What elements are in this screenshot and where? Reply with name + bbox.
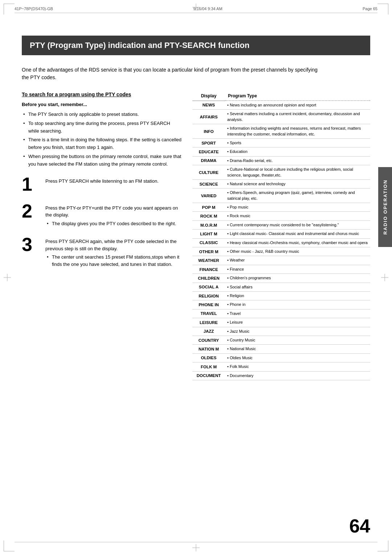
program-cell: • Oldies Music — [225, 353, 370, 362]
table-row: SOCIAL A• Social affairs — [192, 283, 370, 291]
table-row: COUNTRY• Country Music — [192, 336, 370, 344]
display-cell: POP M — [192, 203, 225, 212]
bullet-item: When pressing the buttons on the primary… — [22, 153, 181, 168]
display-cell: EDUCATE — [192, 147, 225, 156]
table-row: NEWS• News including an announced opinio… — [192, 101, 370, 110]
display-cell: TRAVEL — [192, 309, 225, 318]
display-cell: CHILDREN — [192, 274, 225, 283]
program-cell: • Information including weights and meas… — [225, 124, 370, 139]
display-cell: WEATHER — [192, 256, 225, 265]
display-cell: INFO — [192, 124, 225, 139]
table-row: OLDIES• Oldies Music — [192, 353, 370, 362]
display-cell: OLDIES — [192, 353, 225, 362]
page-title: PTY (Program Type) indication and PTY-SE… — [22, 36, 370, 55]
header-center: 9/16/04 9:34 AM — [193, 7, 222, 11]
step-2-bullet: The display gives you the PTY codes desc… — [45, 220, 181, 227]
table-row: VARIED• Others-Speech, amusing program (… — [192, 189, 370, 203]
table-row: CHILDREN• Children's programmes — [192, 274, 370, 283]
table-row: POP M• Pop music — [192, 203, 370, 212]
display-cell: SOCIAL A — [192, 283, 225, 291]
table-row: TRAVEL• Travel — [192, 309, 370, 318]
table-row: ROCK M• Rock music — [192, 212, 370, 220]
hrule-top — [15, 13, 377, 13]
display-cell: OTHER M — [192, 247, 225, 256]
program-cell: • Light classical music- Classical music… — [225, 230, 370, 238]
display-cell: ROCK M — [192, 212, 225, 220]
table-row: PHONE IN• Phone in — [192, 300, 370, 309]
display-cell: SCIENCE — [192, 179, 225, 188]
program-cell: • Leisure — [225, 318, 370, 327]
program-cell: • Other music - Jazz, R&B country music — [225, 247, 370, 256]
program-cell: • Travel — [225, 309, 370, 318]
table-row: DRAMA• Drama-Radio serial, etc. — [192, 156, 370, 165]
program-cell: • Current contemporary music considered … — [225, 220, 370, 229]
display-cell: JAZZ — [192, 327, 225, 336]
table-row: FINANCE• Finance — [192, 265, 370, 274]
program-cell: • Folk Music — [225, 362, 370, 371]
display-cell: FOLK M — [192, 362, 225, 371]
step-2-number: 2 — [22, 202, 42, 220]
program-cell: • Weather — [225, 256, 370, 265]
intro-paragraph: One of the advantages of the RDS service… — [22, 66, 319, 81]
program-cell: • Religion — [225, 291, 370, 300]
program-cell: • Several matters including a current in… — [225, 110, 370, 124]
table-row: OTHER M• Other music - Jazz, R&B country… — [192, 247, 370, 256]
bullet-item: To stop searching any time during the pr… — [22, 120, 181, 135]
display-cell: FINANCE — [192, 265, 225, 274]
display-cell: VARIED — [192, 189, 225, 203]
bullet-item: There is a time limit in doing the follo… — [22, 136, 181, 151]
table-row: NATION M• National Music — [192, 345, 370, 353]
program-cell: • Rock music — [225, 212, 370, 220]
table-row: CULTURE• Culture-National or local cultu… — [192, 165, 370, 180]
step-3-text: Press PTY SEARCH again, while the PTY co… — [45, 235, 181, 268]
program-cell: • Social affairs — [225, 283, 370, 291]
display-cell: PHONE IN — [192, 300, 225, 309]
col-header-program: Program Type — [225, 92, 370, 101]
program-cell: • Education — [225, 147, 370, 156]
display-cell: DRAMA — [192, 156, 225, 165]
table-row: RELIGION• Religion — [192, 291, 370, 300]
subheading: Before you start, remember... — [22, 102, 181, 107]
program-cell: • Country Music — [225, 336, 370, 344]
program-cell: • Natural science and technology — [225, 179, 370, 188]
right-column: Display Program Type NEWS• News includin… — [192, 92, 370, 380]
step-3-bullet: The center unit searches 15 preset FM st… — [45, 254, 181, 268]
header-right: Page 65 — [363, 7, 377, 11]
display-cell: SPORT — [192, 138, 225, 147]
step-2: 2 Press the PTY-or PTY+until the PTY cod… — [22, 202, 181, 227]
bullet-list: The PTY Search is only applicable to pre… — [22, 111, 181, 168]
table-row: CLASSIC• Heavy classical music-Orchestra… — [192, 238, 370, 247]
table-row: SCIENCE• Natural science and technology — [192, 179, 370, 188]
step-3-number: 3 — [22, 235, 42, 254]
crosshair-bottom — [192, 544, 200, 551]
display-cell: M.O.R.M — [192, 220, 225, 229]
col-header-display: Display — [192, 92, 225, 101]
program-cell: • Heavy classical music-Orchestra music,… — [225, 238, 370, 247]
table-row: EDUCATE• Education — [192, 147, 370, 156]
program-cell: • Children's programmes — [225, 274, 370, 283]
corner-bl — [4, 540, 15, 551]
display-cell: LEISURE — [192, 318, 225, 327]
table-row: DOCUMENT• Documentary — [192, 371, 370, 380]
header-left: 41P~78P(DS470)-GB — [15, 7, 53, 11]
left-column: To search for a program using the PTY co… — [22, 92, 181, 276]
step-3: 3 Press PTY SEARCH again, while the PTY … — [22, 235, 181, 268]
program-cell: • Documentary — [225, 371, 370, 380]
header-bar: 41P~78P(DS470)-GB 9/16/04 9:34 AM Page 6… — [0, 0, 392, 14]
table-row: LEISURE• Leisure — [192, 318, 370, 327]
page-container: 41P~78P(DS470)-GB 9/16/04 9:34 AM Page 6… — [0, 0, 392, 555]
program-cell: • Sports — [225, 138, 370, 147]
radio-operation-sidebar: RADIO OPERATION — [378, 167, 392, 247]
bullet-item: The PTY Search is only applicable to pre… — [22, 111, 181, 118]
two-column-layout: To search for a program using the PTY co… — [22, 92, 370, 380]
table-row: M.O.R.M• Current contemporary music cons… — [192, 220, 370, 229]
table-row: FOLK M• Folk Music — [192, 362, 370, 371]
program-cell: • Phone in — [225, 300, 370, 309]
display-cell: COUNTRY — [192, 336, 225, 344]
step-1: 1 Press PTY SEARCH while listenning to a… — [22, 175, 181, 194]
program-cell: • Pop music — [225, 203, 370, 212]
display-cell: RELIGION — [192, 291, 225, 300]
table-row: LIGHT M• Light classical music- Classica… — [192, 230, 370, 238]
program-cell: • Others-Speech, amusing program (quiz, … — [225, 189, 370, 203]
display-cell: CLASSIC — [192, 238, 225, 247]
